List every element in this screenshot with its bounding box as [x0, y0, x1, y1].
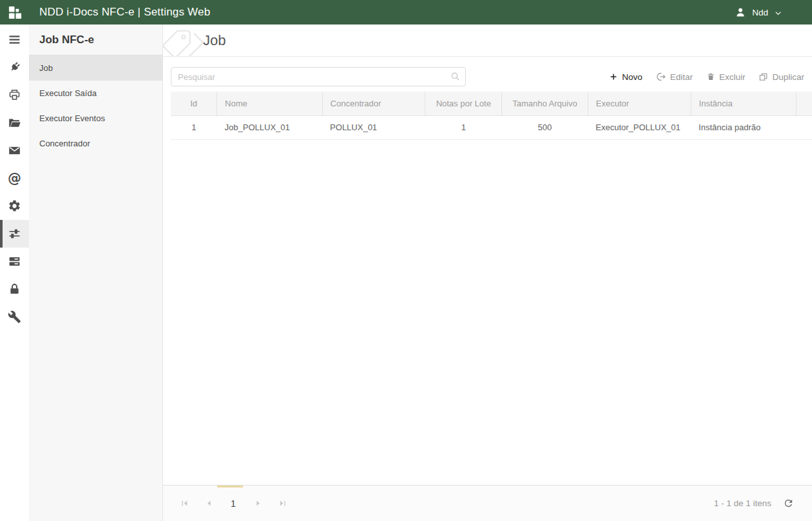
- main-content: Job NovoEditarExcluirDuplicar IdNomeConc…: [163, 25, 812, 521]
- user-menu[interactable]: Ndd: [735, 6, 782, 18]
- search-input[interactable]: [171, 67, 466, 86]
- rail-item-plug[interactable]: [0, 54, 29, 81]
- at-sign-icon: @: [8, 172, 21, 185]
- toolbar: NovoEditarExcluirDuplicar: [171, 67, 804, 86]
- rail-item-at-sign[interactable]: @: [0, 164, 29, 192]
- search-icon[interactable]: [450, 71, 461, 82]
- app-title: NDD i-Docs NFC-e | Settings Web: [39, 6, 210, 19]
- rail-item-folder-open[interactable]: [0, 109, 29, 137]
- wrench-icon: [8, 310, 21, 324]
- tags-icon: [163, 28, 206, 57]
- page-number[interactable]: 1: [221, 498, 246, 509]
- sidebar-title: Job NFC-e: [29, 25, 162, 55]
- icon-rail: @: [0, 25, 29, 521]
- hamburger-menu-icon: [8, 33, 21, 46]
- column-header-tamanho-arquivo[interactable]: Tamanho Arquivo: [502, 92, 588, 115]
- cell: Executor_POLLUX_01: [588, 115, 691, 139]
- sidebar-item-executor-saída[interactable]: Executor Saída: [29, 81, 162, 106]
- folder-open-icon: [8, 116, 21, 130]
- page-header: Job: [163, 25, 812, 57]
- sidebar-item-job[interactable]: Job: [29, 55, 162, 81]
- cell: Instância padrão: [691, 115, 796, 139]
- rail-item-gear[interactable]: [0, 192, 29, 220]
- sliders-icon: [8, 227, 21, 241]
- cell: 1: [171, 115, 217, 139]
- page-title: Job: [203, 32, 226, 49]
- column-header-nome[interactable]: Nome: [217, 92, 323, 115]
- sidebar-item-executor-eventos[interactable]: Executor Eventos: [29, 106, 162, 131]
- pager-status: 1 - 1 de 1 itens: [714, 498, 771, 508]
- excluir-button[interactable]: Excluir: [706, 72, 746, 82]
- chevron-down-icon: [774, 8, 782, 17]
- sidebar-item-concentrador[interactable]: Concentrador: [29, 131, 162, 156]
- search-box: [171, 67, 466, 86]
- gear-icon: [8, 199, 21, 213]
- printer-icon: [8, 88, 21, 102]
- top-header: NDD i-Docs NFC-e | Settings Web Ndd: [0, 0, 812, 25]
- cell: 500: [502, 115, 588, 139]
- edit-icon: [656, 72, 666, 82]
- column-header-notas-por-lote[interactable]: Notas por Lote: [425, 92, 502, 115]
- pager-nav-before: [172, 494, 221, 513]
- cell: POLLUX_01: [322, 115, 425, 139]
- cell: [796, 115, 812, 139]
- novo-button[interactable]: Novo: [609, 72, 643, 82]
- rail-item-envelope[interactable]: [0, 137, 29, 164]
- lock-icon: [8, 282, 21, 296]
- rail-item-wrench[interactable]: [0, 303, 29, 331]
- app-grid-icon[interactable]: [0, 5, 30, 20]
- column-header-concentrador[interactable]: Concentrador: [322, 92, 425, 115]
- rail-item-server[interactable]: [0, 248, 29, 275]
- editar-button[interactable]: Editar: [656, 72, 693, 82]
- page-prev-icon[interactable]: [197, 494, 221, 513]
- current-page-indicator: [217, 486, 243, 487]
- cell: Job_POLLUX_01: [217, 115, 323, 139]
- rail-item-hamburger-menu[interactable]: [0, 26, 29, 54]
- column-header-instância[interactable]: Instância: [691, 92, 796, 115]
- rail-item-sliders[interactable]: [0, 220, 29, 248]
- plug-icon: [8, 61, 21, 74]
- page-last-icon[interactable]: [270, 494, 295, 513]
- column-header-executor[interactable]: Executor: [588, 92, 691, 115]
- user-name: Ndd: [752, 8, 768, 17]
- trash-icon: [706, 72, 715, 81]
- job-table: IdNomeConcentradorNotas por LoteTamanho …: [171, 92, 812, 140]
- page-first-icon[interactable]: [172, 494, 197, 513]
- page-next-icon[interactable]: [246, 494, 270, 513]
- pager: 1 1 - 1 de 1 itens: [163, 485, 812, 521]
- pager-nav-after: [246, 494, 295, 513]
- refresh-icon[interactable]: [783, 498, 794, 509]
- sidebar: Job NFC-e JobExecutor SaídaExecutor Even…: [29, 25, 163, 521]
- duplicate-icon: [759, 72, 768, 82]
- pager-right: 1 - 1 de 1 itens: [714, 498, 794, 509]
- rail-item-lock[interactable]: [0, 275, 29, 303]
- rail-item-printer[interactable]: [0, 81, 29, 109]
- user-icon: [735, 6, 746, 18]
- server-icon: [8, 255, 21, 268]
- data-grid: IdNomeConcentradorNotas por LoteTamanho …: [171, 92, 812, 140]
- cell: 1: [425, 115, 502, 139]
- duplicar-button[interactable]: Duplicar: [759, 72, 804, 82]
- sidebar-menu: JobExecutor SaídaExecutor EventosConcent…: [29, 55, 162, 156]
- toolbar-actions: NovoEditarExcluirDuplicar: [609, 72, 804, 82]
- plus-icon: [609, 72, 618, 81]
- column-header-id[interactable]: Id: [171, 92, 217, 115]
- table-row[interactable]: 1Job_POLLUX_01POLLUX_011500Executor_POLL…: [171, 115, 812, 139]
- envelope-icon: [8, 144, 21, 157]
- column-header-spacer: [796, 92, 812, 115]
